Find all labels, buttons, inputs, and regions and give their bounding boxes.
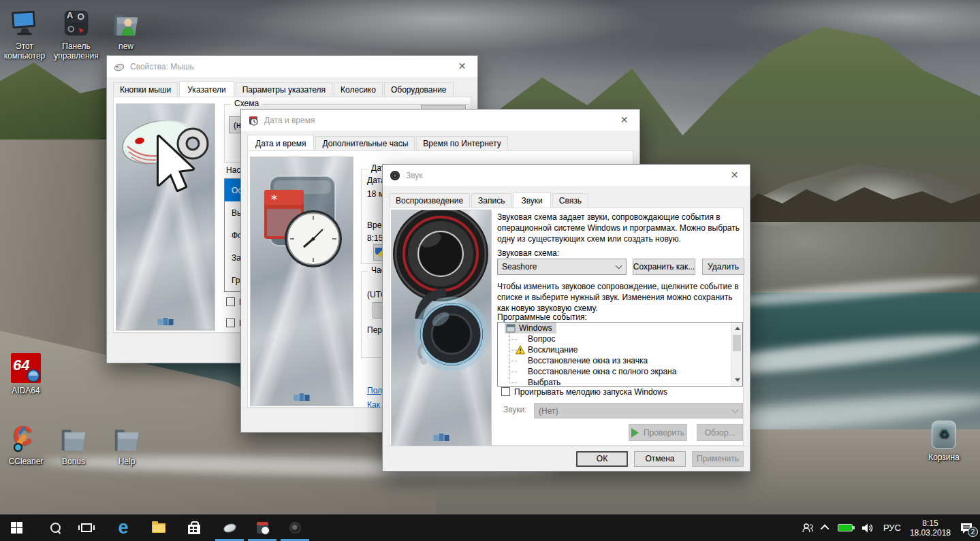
delete-scheme-button[interactable]: Удалить <box>702 259 744 275</box>
file-explorer-button[interactable] <box>143 514 174 541</box>
event-item-label: Восклицание <box>528 345 578 355</box>
desktop-icon-ccleaner[interactable]: C CCleaner <box>1 423 50 466</box>
taskbar-app-sound[interactable] <box>279 514 311 541</box>
battery-icon <box>838 524 853 531</box>
svg-text:*: * <box>271 192 277 206</box>
sounds-value: (Нет) <box>539 406 558 416</box>
cancel-button[interactable]: Отмена <box>634 451 686 467</box>
people-button[interactable] <box>802 523 814 534</box>
task-view-button[interactable] <box>71 514 102 541</box>
mouse-window-icon <box>114 61 125 72</box>
sound-app-icon <box>289 522 301 534</box>
search-icon <box>50 523 61 533</box>
desktop-icon-this-pc[interactable]: Этот компьютер <box>0 8 49 61</box>
desktop-icon-control-panel[interactable]: A Панель управления <box>49 8 104 61</box>
event-item-select[interactable]: Выбрать <box>498 377 731 387</box>
sounds-select: (Нет) <box>534 403 743 419</box>
mouse-window-titlebar[interactable]: Свойства: Мышь <box>107 56 477 77</box>
desktop-icon-help[interactable]: Help <box>102 423 151 466</box>
program-events-list[interactable]: Windows Вопрос Восклицание Восстановлени… <box>497 322 743 387</box>
ok-button[interactable]: ОК <box>576 451 628 467</box>
close-icon[interactable]: ✕ <box>447 56 477 76</box>
scheme-label: Звуковая схема: <box>497 248 559 258</box>
store-button[interactable] <box>178 514 210 541</box>
datetime-art: * <box>251 164 353 280</box>
task-view-icon <box>81 523 92 532</box>
tab-date-time[interactable]: Дата и время <box>247 135 314 150</box>
chevron-up-icon <box>821 525 829 534</box>
store-icon <box>188 525 200 534</box>
desktop-icon-bonus[interactable]: Bonus <box>49 423 98 466</box>
desktop-icon-aida64[interactable]: 64 AIDA64 <box>1 353 50 395</box>
action-center-button[interactable]: 2 <box>960 522 973 534</box>
tab-pointer-options[interactable]: Параметры указателя <box>236 82 332 96</box>
event-item-label: Восстановление окна с полного экрана <box>528 367 676 376</box>
datetime-window-titlebar[interactable]: Дата и время <box>241 110 639 131</box>
tab-sounds[interactable]: Звуки <box>513 192 550 208</box>
start-button[interactable] <box>0 514 33 541</box>
tab-communications[interactable]: Связь <box>552 193 588 207</box>
window-title: Свойства: Мышь <box>130 62 194 71</box>
search-button[interactable] <box>39 514 71 541</box>
event-item-windows[interactable]: Windows <box>498 323 731 333</box>
icon-label: CCleaner <box>1 457 50 466</box>
notification-badge: 2 <box>968 527 978 537</box>
tab-internet-time[interactable]: Время по Интернету <box>416 136 507 150</box>
tab-hardware[interactable]: Оборудование <box>384 82 454 96</box>
recycle-glyph: ♻ <box>928 427 960 442</box>
sound-window-titlebar[interactable]: Звук <box>383 165 750 186</box>
window-title: Звук <box>406 171 423 180</box>
language-label: РУС <box>883 523 901 533</box>
taskbar-app-mouse[interactable] <box>214 514 245 541</box>
close-icon[interactable]: ✕ <box>609 110 639 130</box>
save-scheme-button[interactable]: Сохранить как... <box>633 259 695 275</box>
play-startup-sound-checkbox[interactable] <box>501 387 510 396</box>
sound-scheme-value: Seashore <box>502 262 537 272</box>
tab-mouse-buttons[interactable]: Кнопки мыши <box>113 82 178 96</box>
sound-window-footer: ОК Отмена Применить <box>383 446 750 471</box>
tab-playback[interactable]: Воспроизведение <box>389 193 470 207</box>
sound-window-tabs: Воспроизведение Запись Звуки Связь <box>389 192 744 207</box>
datetime-app-icon <box>257 522 268 534</box>
taskbar-clock[interactable]: 8:15 18.03.2018 <box>910 519 951 538</box>
warning-icon <box>516 345 525 355</box>
tab-recording[interactable]: Запись <box>471 193 511 207</box>
event-item-restore-from-fullscreen[interactable]: Восстановление окна с полного экрана <box>498 366 731 377</box>
theme-logo <box>158 318 174 325</box>
scrollbar-thumb[interactable] <box>733 335 741 351</box>
volume-icon <box>862 523 874 534</box>
test-button: Проверить <box>629 424 687 441</box>
windows-node-icon <box>506 324 516 333</box>
events-label: Программные события: <box>497 312 587 322</box>
language-indicator[interactable]: РУС <box>883 523 901 533</box>
scroll-up-icon[interactable] <box>731 323 743 334</box>
datetime-window-icon <box>248 115 259 126</box>
scheme-group-label: Схема <box>231 99 262 108</box>
people-icon <box>802 523 814 534</box>
allow-themes-checkbox[interactable] <box>226 318 235 327</box>
tray-expand-button[interactable] <box>823 525 829 531</box>
tab-pointers[interactable]: Указатели <box>179 81 234 97</box>
apply-button: Применить <box>692 451 744 467</box>
sound-scheme-select[interactable]: Seashore <box>497 259 627 275</box>
edge-button[interactable]: e <box>108 514 139 541</box>
edge-icon: e <box>118 519 128 537</box>
volume-button[interactable] <box>862 523 874 534</box>
system-tray: РУС 8:15 18.03.2018 2 <box>802 514 980 541</box>
event-item-exclamation[interactable]: Восклицание <box>498 344 731 355</box>
battery-button[interactable] <box>838 524 853 531</box>
tab-wheel[interactable]: Колесико <box>334 82 383 96</box>
enable-pointer-shadow-checkbox[interactable] <box>226 297 235 306</box>
taskbar-app-datetime[interactable] <box>247 514 278 541</box>
scroll-down-icon[interactable] <box>731 374 743 386</box>
mouse-preview-art <box>116 104 215 206</box>
mouse-preview-panel <box>116 103 215 331</box>
desktop-icon-new-folder[interactable]: new <box>101 8 151 51</box>
events-scrollbar[interactable] <box>731 323 742 386</box>
tab-additional-clocks[interactable]: Дополнительные часы <box>315 136 415 150</box>
event-item-question[interactable]: Вопрос <box>498 333 731 344</box>
close-icon[interactable]: ✕ <box>719 165 750 185</box>
event-item-restore-from-icon[interactable]: Восстановление окна из значка <box>498 355 731 366</box>
events-description: Чтобы изменить звуковое сопровождение, щ… <box>497 281 742 314</box>
desktop-icon-recycle-bin[interactable]: ♻ Корзина <box>919 419 968 462</box>
